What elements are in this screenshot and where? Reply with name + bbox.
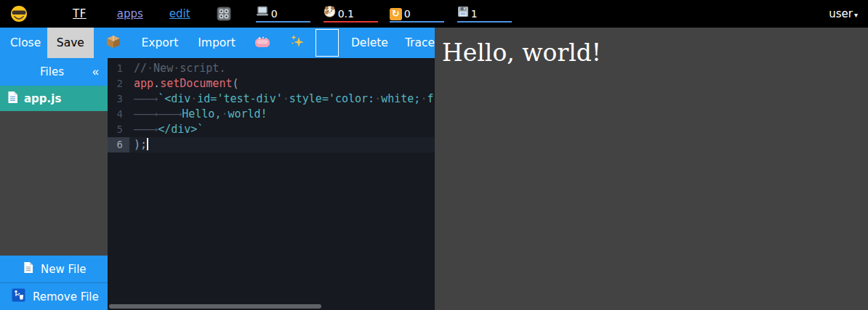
line-number: 1 <box>108 61 129 76</box>
chevron-down-icon: ▾ <box>854 11 858 19</box>
text-cursor <box>147 138 148 150</box>
save-button[interactable]: Save <box>47 28 93 58</box>
editor-app-body: Files « app.js <box>0 58 435 310</box>
close-button[interactable]: Close <box>10 36 41 49</box>
code-line[interactable]: 5———→</div>` <box>108 122 435 137</box>
preview-pane: Hello, world! <box>435 28 868 310</box>
files-panel-title: Files <box>0 65 92 78</box>
editor-toolbar: Close Save Export Import <box>0 28 435 58</box>
sparkles-icon-button[interactable] <box>290 34 305 52</box>
cpu-meter[interactable]: 0 <box>256 5 310 23</box>
code-line[interactable]: 4———→———→Hello,·world! <box>108 107 435 122</box>
collapse-panel-button[interactable]: « <box>92 65 108 78</box>
sunglasses-smiley-icon[interactable] <box>10 5 28 23</box>
code-line[interactable]: 1//·New·script. <box>108 61 435 76</box>
new-file-button[interactable]: New File <box>0 256 108 282</box>
line-text: ———→———→Hello,·world! <box>129 107 268 122</box>
remove-file-label: Remove File <box>33 290 99 303</box>
code-line[interactable]: 3———→`<div·id='test-div'·style='color:·w… <box>108 91 435 107</box>
files-panel: Files « app.js <box>0 58 108 310</box>
nav-apps-link[interactable]: apps <box>117 7 143 20</box>
hamster-meter-value: 0.1 <box>338 8 354 20</box>
user-menu-label: user <box>829 7 853 20</box>
blank-box-button[interactable] <box>316 29 339 57</box>
editor-app: Close Save Export Import <box>0 28 435 310</box>
hamster-icon <box>324 5 336 20</box>
laptop-icon <box>256 6 269 20</box>
soap-icon <box>254 36 270 51</box>
code-line[interactable]: 6); <box>108 137 435 152</box>
line-number: 2 <box>108 76 129 91</box>
refresh-meter-value: 0 <box>404 8 411 20</box>
refresh-meter[interactable]: ↻ 0 <box>390 5 444 23</box>
soap-icon-button[interactable] <box>254 36 270 51</box>
topbar: TF apps edit <box>0 0 868 28</box>
floppy-icon <box>457 6 469 20</box>
preview-hello-text: Hello, world! <box>435 28 868 67</box>
screen: TF apps edit <box>0 0 868 310</box>
line-number: 6 <box>108 137 129 152</box>
import-button[interactable]: Import <box>198 36 235 49</box>
files-panel-empty-area <box>0 111 108 256</box>
line-text: app.setDocument( <box>129 76 239 91</box>
sparkles-icon <box>290 34 305 52</box>
file-name: app.js <box>24 92 61 105</box>
control-knobs-icon[interactable] <box>215 5 233 23</box>
line-number: 5 <box>108 122 129 137</box>
line-number: 4 <box>108 107 129 122</box>
files-panel-header: Files « <box>0 58 108 86</box>
new-file-label: New File <box>41 263 87 276</box>
saves-meter[interactable]: 1 <box>457 5 512 23</box>
line-text: ); <box>129 137 148 152</box>
file-list-item-selected[interactable]: app.js <box>0 86 108 111</box>
horizontal-scrollbar-thumb[interactable] <box>109 304 321 309</box>
line-text: ———→</div>` <box>129 122 204 137</box>
file-icon <box>7 91 18 107</box>
brand-link[interactable]: TF <box>73 7 87 20</box>
user-menu[interactable]: user ▾ <box>829 7 858 20</box>
delete-button[interactable]: Delete <box>351 36 388 49</box>
cpu-meter-value: 0 <box>271 8 278 20</box>
line-number: 3 <box>108 91 129 107</box>
refresh-icon: ↻ <box>390 8 402 20</box>
nav-edit-link[interactable]: edit <box>169 7 190 20</box>
trace-button[interactable]: Trace <box>405 36 435 49</box>
line-text: //·New·script. <box>129 61 225 76</box>
line-text: ———→`<div·id='test-div'·style='color:·wh… <box>129 91 433 107</box>
remove-file-button[interactable]: Remove File <box>0 282 108 310</box>
code-lines: 1//·New·script.2app.setDocument(3———→`<d… <box>108 58 435 310</box>
saves-meter-value: 1 <box>471 8 478 20</box>
new-file-icon <box>23 261 33 277</box>
code-line[interactable]: 2app.setDocument( <box>108 76 435 91</box>
code-editor[interactable]: 1//·New·script.2app.setDocument(3———→`<d… <box>108 58 435 310</box>
package-icon-button[interactable] <box>105 34 121 52</box>
hamster-meter[interactable]: 0.1 <box>324 5 378 23</box>
package-icon <box>105 34 121 52</box>
export-button[interactable]: Export <box>142 36 179 49</box>
litter-bin-icon <box>12 288 25 305</box>
